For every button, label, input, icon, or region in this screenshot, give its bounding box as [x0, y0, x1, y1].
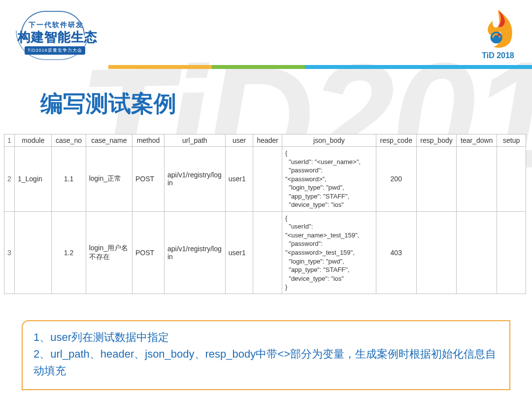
cell-resp-code: 403: [376, 211, 416, 294]
table-row: 31.2login_用户名不存在POSTapi/v1/registry/logi…: [4, 211, 526, 294]
col-resp-code: resp_code: [376, 134, 416, 147]
slide-title: 编写测试案例: [40, 89, 532, 119]
row-number: 2: [4, 147, 15, 212]
event-logo-right: TiD 2018: [477, 8, 519, 60]
cell-resp-body: [416, 147, 457, 212]
cell-module: 1_Login: [14, 147, 51, 212]
row-number: 1: [4, 134, 15, 147]
cell-case-no: 1.1: [52, 147, 86, 212]
flame-icon: [477, 8, 519, 50]
cell-setup: [497, 147, 526, 212]
accent-bar-yellow: [108, 65, 212, 69]
note-line-2: 2、url_path、header、json_body、resp_body中带<…: [33, 346, 499, 379]
col-method: method: [133, 134, 165, 147]
cell-header: [253, 211, 282, 294]
col-module: module: [14, 134, 51, 147]
col-case-name: case_name: [86, 134, 132, 147]
cell-json-body: { "userId": "<user_name>_test_159", "pas…: [282, 211, 376, 294]
logo-right-caption: TiD 2018: [477, 51, 519, 60]
cell-url-path: api/v1/registry/login: [165, 147, 226, 212]
top-bar: 下一代软件研发 构建智能生态 TiD2018质量竞争力大会: [0, 0, 532, 69]
cell-user: user1: [225, 211, 253, 294]
cell-case-name: login_正常: [86, 147, 132, 212]
col-url-path: url_path: [165, 134, 226, 147]
testcase-table: 1 module case_no case_name method url_pa…: [4, 134, 526, 294]
cell-case-name: login_用户名不存在: [86, 211, 132, 294]
col-case-no: case_no: [52, 134, 86, 147]
logo-badge: TiD2018质量竞争力大会: [25, 46, 85, 55]
cell-case-no: 1.2: [52, 211, 86, 294]
col-tear-down: tear_down: [457, 134, 497, 147]
cell-resp-code: 200: [376, 147, 416, 212]
note-line-1: 1、user列在测试数据中指定: [33, 329, 499, 346]
col-resp-body: resp_body: [416, 134, 457, 147]
cell-header: [253, 147, 282, 212]
cell-setup: [497, 211, 526, 294]
cell-url-path: api/v1/registry/login: [165, 211, 226, 294]
col-setup: setup: [497, 134, 526, 147]
table-header-row: 1 module case_no case_name method url_pa…: [4, 134, 526, 147]
logo-title: 构建智能生态: [18, 29, 98, 46]
cell-user: user1: [225, 147, 253, 212]
cell-tear-down: [457, 147, 497, 212]
cell-module: [14, 211, 51, 294]
accent-bar-blue: [305, 65, 532, 69]
cell-tear-down: [457, 211, 497, 294]
table-row: 21_Login1.1login_正常POSTapi/v1/registry/l…: [4, 147, 526, 212]
col-header: header: [253, 134, 282, 147]
cell-resp-body: [416, 211, 457, 294]
row-number: 3: [4, 211, 15, 294]
cell-json-body: { "userId": "<user_name>", "password": "…: [282, 147, 376, 212]
svg-point-1: [498, 33, 500, 36]
col-user: user: [225, 134, 253, 147]
col-json-body: json_body: [282, 134, 376, 147]
cell-method: POST: [133, 147, 165, 212]
cell-method: POST: [133, 211, 165, 294]
accent-bar-green: [212, 65, 305, 69]
notes-box: 1、user列在测试数据中指定 2、url_path、header、json_b…: [22, 320, 510, 390]
